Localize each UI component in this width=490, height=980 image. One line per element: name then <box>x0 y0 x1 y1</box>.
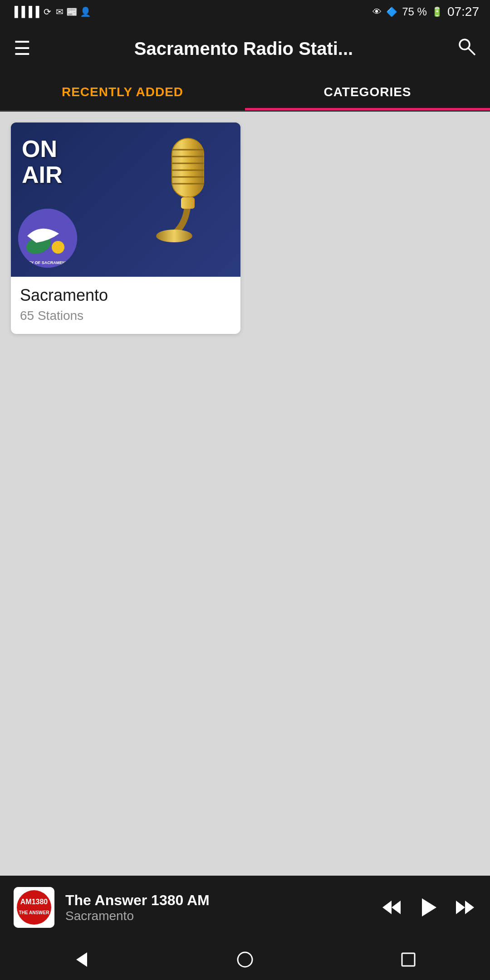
svg-text:AM1380: AM1380 <box>20 898 48 906</box>
recents-button[interactable] <box>381 946 436 973</box>
player-info: The Answer 1380 AM Sacramento <box>65 892 369 923</box>
battery-icon: 🔋 <box>431 6 443 17</box>
play-button[interactable] <box>416 896 440 919</box>
svg-point-16 <box>17 890 51 925</box>
svg-point-25 <box>238 952 252 967</box>
status-right: 👁 🔷 75 % 🔋 07:27 <box>372 5 479 19</box>
wifi-icon: ⟳ <box>44 6 51 17</box>
svg-marker-24 <box>76 952 87 967</box>
svg-marker-23 <box>465 901 474 914</box>
player-location: Sacramento <box>65 909 369 923</box>
card-info: Sacramento 65 Stations <box>11 277 240 334</box>
status-left: ▐▐▐▐ ⟳ ✉ 📰 👤 <box>11 6 91 18</box>
signal-icon: ▐▐▐▐ <box>11 6 39 18</box>
svg-point-4 <box>52 241 64 254</box>
microphone-icon <box>142 127 233 277</box>
visibility-icon: 👁 <box>372 7 382 17</box>
app-title: Sacramento Radio Stati... <box>44 39 443 59</box>
svg-rect-14 <box>181 197 195 209</box>
rewind-button[interactable] <box>380 896 403 919</box>
nav-bar <box>0 939 490 980</box>
card-title: Sacramento <box>20 286 231 305</box>
svg-marker-19 <box>382 901 392 914</box>
bluetooth-icon: 🔷 <box>386 6 397 17</box>
menu-button[interactable]: ☰ <box>14 39 31 58</box>
svg-rect-26 <box>402 953 415 966</box>
svg-marker-20 <box>392 901 401 914</box>
status-bar: ▐▐▐▐ ⟳ ✉ 📰 👤 👁 🔷 75 % 🔋 07:27 <box>0 0 490 24</box>
forward-button[interactable] <box>454 896 476 919</box>
svg-rect-6 <box>172 138 204 197</box>
player-station-name: The Answer 1380 AM <box>65 892 369 909</box>
clock: 07:27 <box>447 5 479 19</box>
search-button[interactable] <box>456 36 476 61</box>
tabs-container: RECENTLY ADDED CATEGORIES <box>0 74 490 112</box>
svg-text:THE ANSWER: THE ANSWER <box>19 910 50 915</box>
notification-icons: ✉ 📰 👤 <box>56 6 91 17</box>
player-logo[interactable]: AM1380 THE ANSWER <box>14 887 54 928</box>
player-controls <box>380 896 476 919</box>
card-subtitle: 65 Stations <box>20 309 231 323</box>
home-button[interactable] <box>218 946 272 973</box>
svg-point-13 <box>156 230 192 242</box>
svg-point-0 <box>460 39 470 49</box>
player-bar: AM1380 THE ANSWER The Answer 1380 AM Sac… <box>0 876 490 939</box>
tab-recently-added[interactable]: RECENTLY ADDED <box>0 74 245 110</box>
battery-indicator: 75 % <box>402 5 427 18</box>
svg-marker-22 <box>456 901 465 914</box>
back-button[interactable] <box>54 946 109 973</box>
main-content: ONAIR CITY OF S <box>0 112 490 876</box>
svg-marker-21 <box>422 898 436 916</box>
tab-categories[interactable]: CATEGORIES <box>245 74 490 110</box>
sacramento-logo: CITY OF SACRAMENTO <box>18 209 77 268</box>
app-bar: ☰ Sacramento Radio Stati... <box>0 24 490 74</box>
card-image: ONAIR CITY OF S <box>11 122 240 277</box>
station-card-sacramento[interactable]: ONAIR CITY OF S <box>11 122 240 334</box>
cards-grid: ONAIR CITY OF S <box>11 122 479 334</box>
svg-line-1 <box>469 49 475 54</box>
on-air-label: ONAIR <box>22 136 63 188</box>
